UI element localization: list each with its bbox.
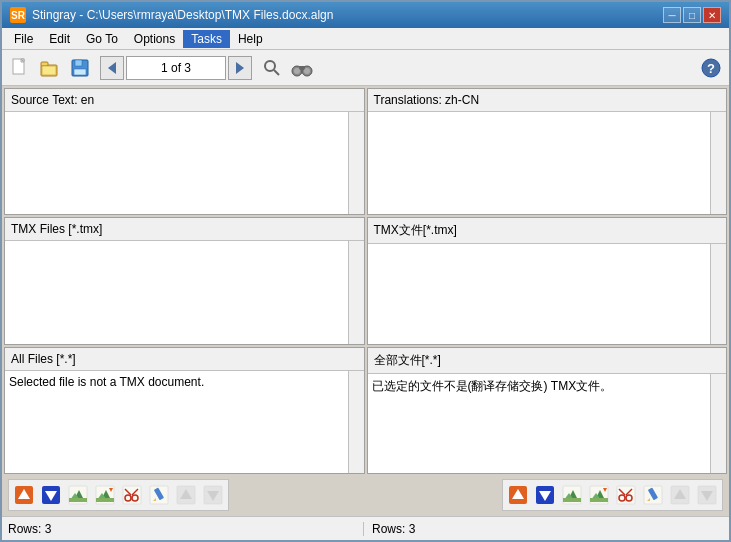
nav-input[interactable] xyxy=(126,56,226,80)
window-title: Stingray - C:\Users\rmraya\Desktop\TMX F… xyxy=(32,8,333,22)
svg-rect-55 xyxy=(590,498,608,502)
right-up-btn[interactable] xyxy=(505,482,531,508)
right-mountain2-btn[interactable] xyxy=(586,482,612,508)
allfiles-left-text: Selected file is not a TMX document. xyxy=(9,375,360,389)
left-pencil-btn[interactable] xyxy=(146,482,172,508)
nav-forward-button[interactable] xyxy=(228,56,252,80)
svg-rect-51 xyxy=(563,498,581,502)
svg-marker-8 xyxy=(108,62,116,74)
status-rows-right: Rows: 3 xyxy=(363,522,723,536)
source-scrollbar[interactable] xyxy=(348,112,364,214)
source-text-panel: Source Text: en xyxy=(4,88,365,215)
right-scissors-btn[interactable] xyxy=(613,482,639,508)
source-text-header: Source Text: en xyxy=(5,89,364,112)
status-rows-left: Rows: 3 xyxy=(8,522,359,536)
right-mountain1-btn[interactable] xyxy=(559,482,585,508)
minimize-button[interactable]: ─ xyxy=(663,7,681,23)
help-button[interactable]: ? xyxy=(697,54,725,82)
titlebar-buttons: ─ □ ✕ xyxy=(663,7,721,23)
menu-edit[interactable]: Edit xyxy=(41,30,78,48)
menubar: File Edit Go To Options Tasks Help xyxy=(2,28,729,50)
source-text-body xyxy=(5,112,364,214)
allfiles-left-header: All Files [*.*] xyxy=(5,348,364,371)
svg-rect-14 xyxy=(299,66,305,70)
menu-options[interactable]: Options xyxy=(126,30,183,48)
allfiles-right-header: 全部文件[*.*] xyxy=(368,348,727,374)
main-content: Source Text: en Translations: zh-CN TMX … xyxy=(2,86,729,516)
titlebar-left: SR Stingray - C:\Users\rmraya\Desktop\TM… xyxy=(10,7,333,23)
left-mountain1-btn[interactable] xyxy=(65,482,91,508)
menu-file[interactable]: File xyxy=(6,30,41,48)
open-button[interactable] xyxy=(36,54,64,82)
allfiles-left-scrollbar[interactable] xyxy=(348,371,364,473)
nav-back-button[interactable] xyxy=(100,56,124,80)
left-gray1-btn xyxy=(173,482,199,508)
new-button[interactable] xyxy=(6,54,34,82)
main-window: SR Stingray - C:\Users\rmraya\Desktop\TM… xyxy=(0,0,731,542)
tmx-right-panel: TMX文件[*.tmx] xyxy=(367,217,728,344)
right-gray2-btn xyxy=(694,482,720,508)
svg-marker-9 xyxy=(236,62,244,74)
binoculars-button[interactable] xyxy=(288,54,316,82)
tmx-left-panel: TMX Files [*.tmx] xyxy=(4,217,365,344)
tmx-left-header: TMX Files [*.tmx] xyxy=(5,218,364,241)
svg-rect-7 xyxy=(74,69,86,75)
allfiles-right-body: 已选定的文件不是(翻译存储交换) TMX文件。 xyxy=(368,374,727,473)
svg-rect-3 xyxy=(41,62,48,66)
left-bottom-toolbar xyxy=(8,479,229,511)
left-down-btn[interactable] xyxy=(38,482,64,508)
right-down-btn[interactable] xyxy=(532,482,558,508)
bottom-toolbar-section xyxy=(4,476,727,514)
app-icon: SR xyxy=(10,7,26,23)
maximize-button[interactable]: □ xyxy=(683,7,701,23)
tmx-left-body xyxy=(5,241,364,343)
svg-rect-6 xyxy=(75,60,82,66)
left-up-btn[interactable] xyxy=(11,482,37,508)
top-row: Source Text: en Translations: zh-CN xyxy=(4,88,727,215)
right-pencil-btn[interactable] xyxy=(640,482,666,508)
left-scissors-btn[interactable] xyxy=(119,482,145,508)
menu-help[interactable]: Help xyxy=(230,30,271,48)
allfiles-right-panel: 全部文件[*.*] 已选定的文件不是(翻译存储交换) TMX文件。 xyxy=(367,347,728,474)
svg-point-16 xyxy=(304,68,310,74)
menu-goto[interactable]: Go To xyxy=(78,30,126,48)
translations-panel: Translations: zh-CN xyxy=(367,88,728,215)
svg-point-15 xyxy=(294,68,300,74)
save-button[interactable] xyxy=(66,54,94,82)
nav-section xyxy=(100,56,252,80)
svg-line-11 xyxy=(274,70,279,75)
translations-body xyxy=(368,112,727,214)
menu-tasks[interactable]: Tasks xyxy=(183,30,230,48)
allfiles-right-scrollbar[interactable] xyxy=(710,374,726,473)
tmx-right-body xyxy=(368,244,727,343)
left-mountain2-btn[interactable] xyxy=(92,482,118,508)
allfiles-left-panel: All Files [*.*] Selected file is not a T… xyxy=(4,347,365,474)
allfiles-left-body: Selected file is not a TMX document. xyxy=(5,371,364,473)
tmx-row: TMX Files [*.tmx] TMX文件[*.tmx] xyxy=(4,217,727,344)
translations-header: Translations: zh-CN xyxy=(368,89,727,112)
statusbar: Rows: 3 Rows: 3 xyxy=(2,516,729,540)
allfiles-row: All Files [*.*] Selected file is not a T… xyxy=(4,347,727,474)
svg-rect-26 xyxy=(69,498,87,502)
titlebar: SR Stingray - C:\Users\rmraya\Desktop\TM… xyxy=(2,2,729,28)
right-bottom-toolbar xyxy=(502,479,723,511)
allfiles-right-text: 已选定的文件不是(翻译存储交换) TMX文件。 xyxy=(372,378,723,395)
close-button[interactable]: ✕ xyxy=(703,7,721,23)
svg-rect-4 xyxy=(42,66,56,75)
search-button[interactable] xyxy=(258,54,286,82)
tmx-right-scrollbar[interactable] xyxy=(710,244,726,343)
left-gray2-btn xyxy=(200,482,226,508)
svg-text:?: ? xyxy=(707,61,715,76)
tmx-right-header: TMX文件[*.tmx] xyxy=(368,218,727,244)
svg-rect-30 xyxy=(96,498,114,502)
svg-point-10 xyxy=(265,61,275,71)
translations-scrollbar[interactable] xyxy=(710,112,726,214)
right-gray1-btn xyxy=(667,482,693,508)
tmx-left-scrollbar[interactable] xyxy=(348,241,364,343)
toolbar: ? xyxy=(2,50,729,86)
